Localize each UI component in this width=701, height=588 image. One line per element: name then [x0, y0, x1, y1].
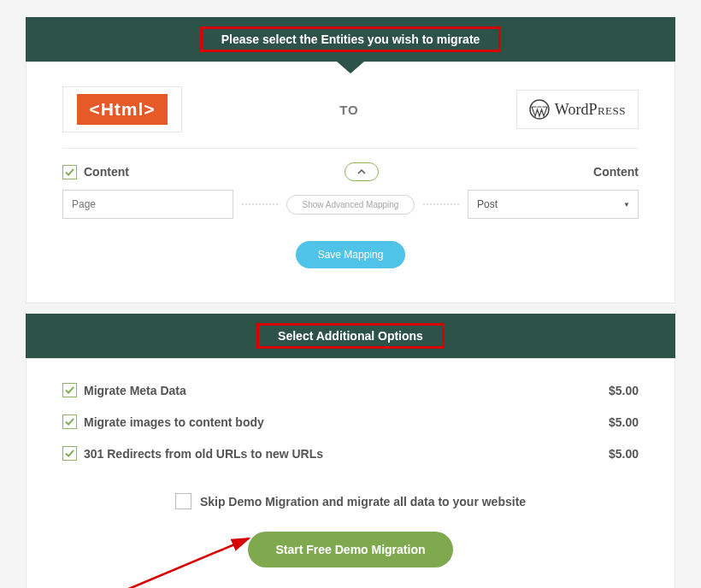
mapping-inputs: Show Advanced Mapping Post [62, 190, 639, 219]
show-advanced-mapping-button[interactable]: Show Advanced Mapping [286, 195, 415, 215]
entities-section-header: Please select the Entities you wish to m… [26, 17, 675, 62]
check-icon [65, 385, 74, 395]
options-panel: Migrate Meta Data $5.00 Migrate images t… [26, 358, 675, 588]
chevron-up-icon [357, 168, 366, 176]
option-label: Migrate images to content body [84, 415, 264, 429]
target-platform: WordPress [516, 90, 639, 129]
source-content-label: Content [84, 165, 129, 179]
wp-word: Word [555, 101, 589, 118]
annotation-arrow-icon [112, 528, 266, 588]
target-entity-select[interactable]: Post [468, 190, 639, 219]
content-checkbox[interactable] [62, 165, 77, 179]
html-logo: <Html> [77, 94, 167, 125]
skip-demo-checkbox[interactable] [175, 493, 191, 509]
option-row: Migrate images to content body $5.00 [62, 415, 639, 429]
option-checkbox-redirects[interactable] [62, 446, 77, 461]
options-header-text: Select Additional Options [256, 323, 445, 349]
option-price: $5.00 [609, 415, 639, 429]
option-row: Migrate Meta Data $5.00 [62, 383, 639, 397]
options-section-header: Select Additional Options [26, 314, 675, 358]
source-entity-input[interactable] [62, 190, 233, 219]
platforms-row: <Html> TO WordPress [62, 86, 639, 149]
connector-right [423, 203, 459, 205]
check-icon [65, 417, 74, 426]
option-label: 301 Redirects from old URLs to new URLs [84, 447, 323, 461]
mapping-labels: Content Content [62, 162, 639, 181]
option-label: Migrate Meta Data [84, 384, 186, 397]
target-content-label: Content [593, 165, 639, 179]
option-price: $5.00 [609, 384, 639, 397]
option-price: $5.00 [609, 447, 639, 461]
wp-press: Press [588, 101, 626, 118]
save-mapping-button[interactable]: Save Mapping [296, 241, 406, 268]
collapse-toggle[interactable] [345, 162, 379, 181]
skip-demo-row: Skip Demo Migration and migrate all data… [62, 493, 639, 509]
option-checkbox-images[interactable] [62, 415, 77, 429]
wordpress-icon [529, 99, 550, 120]
connector-left [242, 203, 278, 205]
source-platform: <Html> [62, 86, 182, 132]
check-icon [65, 168, 74, 177]
option-checkbox-meta[interactable] [62, 383, 77, 397]
entities-panel: <Html> TO WordPress Content [26, 62, 675, 303]
check-icon [65, 449, 74, 458]
option-row: 301 Redirects from old URLs to new URLs … [62, 446, 639, 461]
wordpress-logo: WordPress [529, 99, 626, 120]
entities-header-text: Please select the Entities you wish to m… [200, 26, 502, 52]
to-label: TO [339, 103, 359, 117]
svg-line-1 [121, 538, 249, 588]
start-demo-migration-button[interactable]: Start Free Demo Migration [248, 532, 452, 567]
skip-demo-label: Skip Demo Migration and migrate all data… [200, 495, 526, 509]
